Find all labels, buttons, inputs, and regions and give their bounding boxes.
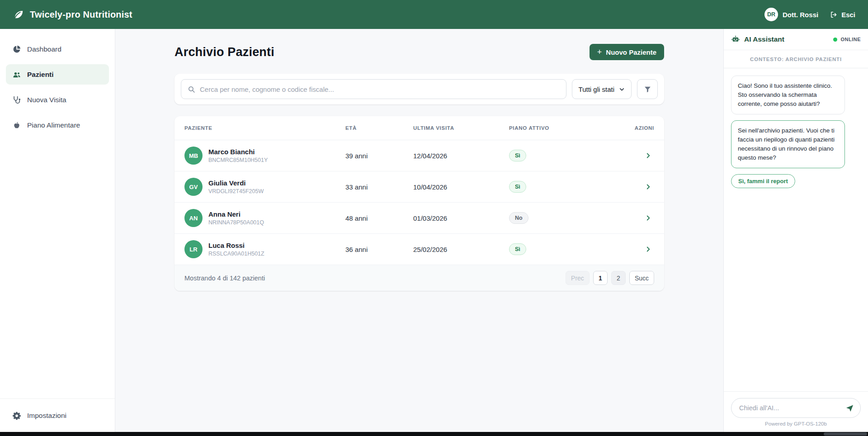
logout-icon [830,11,838,19]
user-menu[interactable]: DR Dott. Rossi [764,8,818,21]
user-name: Dott. Rossi [783,11,818,19]
ai-panel-title: AI Assistant [744,35,784,43]
patient-last-visit: 12/04/2026 [413,152,509,160]
ai-message-list: Ciao! Sono il tuo assistente clinico. St… [724,68,868,391]
sidebar-item-dashboard[interactable]: Dashboard [6,39,109,59]
window-edge [0,432,868,436]
table-footer: Mostrando 4 di 142 pazienti Prec 1 2 Suc… [175,265,664,291]
row-action-chevron[interactable] [609,152,654,160]
users-icon [12,70,21,79]
ai-input-pill [731,398,861,418]
plus-icon: + [597,48,602,56]
shell: Dashboard Pazienti Nuova Visita [0,29,868,432]
patient-name: Giulia Verdi [208,179,264,187]
patient-fiscal-code: BNCMRC85M10H501Y [208,157,268,163]
col-ultima-visita: ULTIMA VISITA [413,125,509,131]
pagination-next-button[interactable]: Succ [629,271,654,285]
scrollbar-thumb[interactable] [824,432,867,436]
patient-last-visit: 10/04/2026 [413,183,509,191]
online-dot-icon [833,38,837,42]
robot-icon [731,35,740,44]
ai-assistant-panel: AI Assistant ONLINE CONTESTO: ARCHIVIO P… [723,29,868,432]
patient-age: 48 anni [345,214,413,222]
patient-name: Marco Bianchi [208,148,268,156]
logout-button[interactable]: Esci [830,11,855,19]
patient-age: 33 anni [345,183,413,191]
leaf-logo-icon [13,9,24,20]
suggestion-chip-button[interactable]: Sì, fammi il report [731,174,795,188]
online-label: ONLINE [840,37,861,42]
search-icon [188,85,195,93]
patient-avatar: GV [184,178,203,196]
new-patient-button[interactable]: + Nuovo Paziente [590,44,664,60]
pagination-prev-button[interactable]: Prec [566,271,590,285]
pagination: Prec 1 2 Succ [566,271,654,285]
brand-title: Twicely-pro Nutritionist [30,9,132,20]
col-azioni: AZIONI [609,125,654,131]
sidebar-item-pazienti[interactable]: Pazienti [6,64,109,85]
table-row[interactable]: GV Giulia Verdi VRDGLI92T45F205W 33 anni… [175,171,664,203]
ai-context-label: CONTESTO: ARCHIVIO PAZIENTI [724,50,868,68]
col-eta: ETÀ [345,125,413,131]
search-filter-card: Tutti gli stati [175,74,664,104]
patient-last-visit: 25/02/2026 [413,246,509,253]
sidebar-item-piano-alimentare[interactable]: Piano Alimentare [6,115,109,135]
patient-last-visit: 01/03/2026 [413,214,509,222]
apple-icon [12,121,21,130]
plan-status-badge: Sì [509,243,526,255]
ai-status: ONLINE [833,37,861,42]
ai-panel-header: AI Assistant ONLINE [724,29,868,50]
search-input[interactable] [200,85,560,93]
app-root: Twicely-pro Nutritionist DR Dott. Rossi … [0,0,868,436]
sidebar-item-impostazioni[interactable]: Impostazioni [6,405,109,426]
patient-avatar: AN [184,209,203,227]
results-summary: Mostrando 4 di 142 pazienti [184,275,265,282]
plan-status-badge: Sì [509,181,526,193]
main-content: Archivio Pazienti + Nuovo Paziente [115,29,723,432]
send-button[interactable] [842,401,857,415]
brand: Twicely-pro Nutritionist [13,9,132,20]
powered-by-label: Powered by GPT-OS-120b [731,418,861,429]
sidebar-item-nuova-visita[interactable]: Nuova Visita [6,90,109,110]
plan-status-badge: Sì [509,150,526,161]
col-paziente: PAZIENTE [184,125,345,131]
patient-avatar: MB [184,147,203,165]
search-box [181,79,566,99]
patient-name: Anna Neri [208,210,264,218]
sidebar-item-label: Pazienti [27,71,54,79]
logout-label: Esci [841,11,855,19]
user-avatar: DR [764,8,778,21]
table-row[interactable]: MB Marco Bianchi BNCMRC85M10H501Y 39 ann… [175,140,664,171]
stethoscope-icon [12,95,21,104]
chevron-down-icon [619,86,625,92]
sidebar-item-label: Impostazioni [27,412,66,420]
paper-plane-icon [845,404,854,412]
page-header: Archivio Pazienti + Nuovo Paziente [175,44,664,60]
table-header: PAZIENTE ETÀ ULTIMA VISITA PIANO ATTIVO … [175,116,664,140]
patient-fiscal-code: NRINNA78P50A001Q [208,219,264,226]
table-row[interactable]: LR Luca Rossi RSSLCA90A01H501Z 36 anni 2… [175,234,664,265]
filter-button[interactable] [637,79,658,99]
pagination-page-1-button[interactable]: 1 [593,271,608,285]
sidebar-nav: Dashboard Pazienti Nuova Visita [0,29,115,398]
sidebar: Dashboard Pazienti Nuova Visita [0,29,115,432]
patient-age: 39 anni [345,152,413,160]
sidebar-bottom: Impostazioni [0,398,115,432]
row-action-chevron[interactable] [609,245,654,253]
sidebar-item-label: Nuova Visita [27,96,66,104]
pagination-page-2-button[interactable]: 2 [611,271,626,285]
ai-chat-input[interactable] [739,404,842,412]
table-row[interactable]: AN Anna Neri NRINNA78P50A001Q 48 anni 01… [175,203,664,234]
patient-avatar: LR [184,240,203,258]
sidebar-item-label: Piano Alimentare [27,121,80,129]
patient-fiscal-code: VRDGLI92T45F205W [208,188,264,194]
row-action-chevron[interactable] [609,183,654,191]
gear-icon [12,411,21,420]
ai-input-area: Powered by GPT-OS-120b [724,391,868,432]
status-filter-value: Tutti gli stati [579,85,614,93]
plan-status-badge: No [509,212,528,224]
status-filter-select[interactable]: Tutti gli stati [572,79,632,99]
row-action-chevron[interactable] [609,214,654,222]
col-piano-attivo: PIANO ATTIVO [509,125,609,131]
patient-age: 36 anni [345,246,413,253]
